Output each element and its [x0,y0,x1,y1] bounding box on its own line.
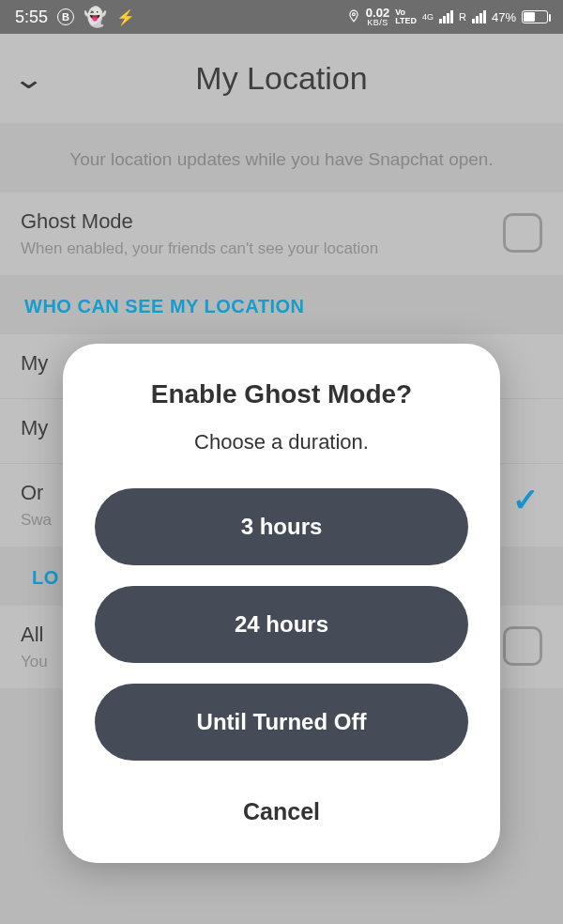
volte-icon: Vo LTED [395,8,417,25]
status-time: 5:55 [15,8,48,27]
snapchat-icon: 👻 [84,6,107,28]
location-icon [347,9,360,25]
signal-icon-2 [472,10,486,23]
4g-label: 4G [422,12,434,22]
status-bar: 5:55 B 👻 ⚡ 0.02 KB/S Vo LTED 4G R 47% [0,0,563,34]
modal-subtitle: Choose a duration. [95,430,468,454]
ghost-mode-modal: Enable Ghost Mode? Choose a duration. 3 … [63,344,500,863]
modal-title: Enable Ghost Mode? [95,379,468,409]
battery-icon [522,10,548,23]
r-label: R [459,11,466,23]
option-24-hours-button[interactable]: 24 hours [95,586,468,663]
b-icon: B [57,8,74,25]
cancel-button[interactable]: Cancel [95,781,468,844]
option-until-off-button[interactable]: Until Turned Off [95,684,468,761]
signal-icon-1 [439,10,453,23]
bolt-icon: ⚡ [116,8,135,26]
option-3-hours-button[interactable]: 3 hours [95,488,468,565]
data-speed: 0.02 KB/S [366,8,389,26]
battery-percent: 47% [492,10,516,24]
svg-point-0 [352,12,355,15]
